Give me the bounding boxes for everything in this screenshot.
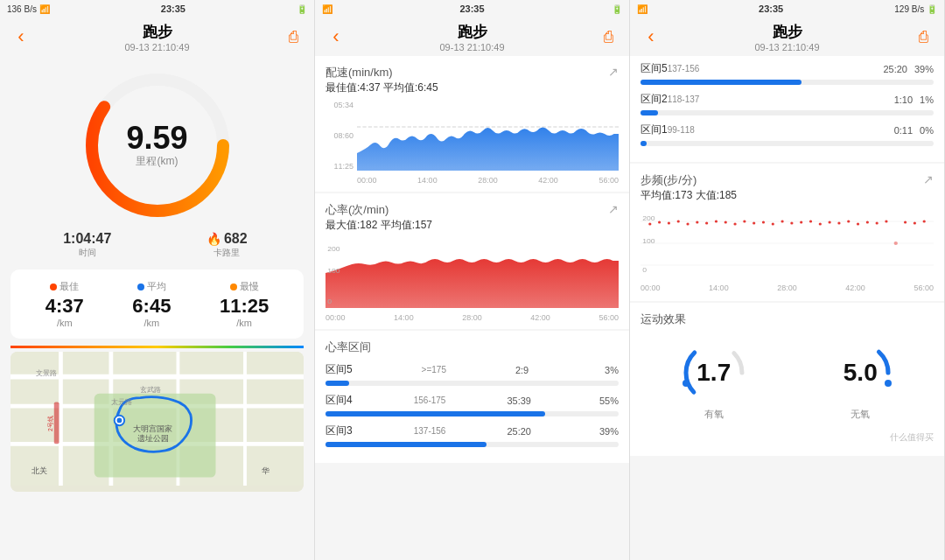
svg-text:0: 0 [642,265,647,274]
page-title-3: 跑步 [662,22,913,42]
pace-chart-svg-container: 00:00 14:00 28:00 42:00 56:00 [357,101,619,185]
zone-5-fill [326,381,349,386]
zone-3-pct: 39% [599,426,619,437]
zone-card-top: 区间5 137-156 25:20 39% 区间2 118-137 1:10 1… [630,56,944,162]
stat-calories: 🔥 682 卡路里 [158,231,298,259]
svg-text:文景路: 文景路 [36,369,57,377]
zone-top-1-name: 区间2 [640,92,668,107]
svg-point-33 [696,221,698,224]
anaerobic-label: 无氧 [850,408,870,421]
zone-top-2-name: 区间1 [640,122,668,137]
expand-heart-icon[interactable]: ↗ [608,202,619,216]
svg-text:0: 0 [327,297,332,305]
zone-4-range: 156-175 [414,396,446,405]
anaerobic-value: 5.0 [844,359,878,387]
zone-4-track [326,411,619,416]
svg-point-28 [648,223,651,226]
y-label-2: 08:60 [326,131,354,140]
aerobic-arc: 1.7 [679,338,749,408]
share-button-2[interactable]: ⎙ [598,26,619,47]
hr-x-3: 42:00 [530,313,550,322]
step-x-0: 00:00 [640,284,661,292]
svg-point-54 [894,242,898,245]
pace-chart-svg [357,101,619,171]
svg-point-31 [677,220,680,223]
zone-4-name: 区间4 [326,393,353,408]
step-chart-card: 步频(步/分) 平均值:173 大值:185 ↗ [630,164,944,301]
avg-label: 平均 [147,280,166,293]
zone-top-2-track [640,141,934,146]
step-chart-subtitle: 平均值:173 大值:185 [640,188,737,203]
slow-dot [230,284,237,290]
anaerobic-arc: 5.0 [825,338,895,408]
zone-4-fill [326,411,545,416]
x-0: 00:00 [357,176,377,185]
title-area-1: 跑步 09-13 21:10:49 [32,22,283,52]
svg-text:100: 100 [642,236,655,245]
svg-text:太元路: 太元路 [111,398,132,406]
svg-point-35 [715,220,718,223]
zone-top-0-range: 137-156 [668,64,700,74]
slow-value: 11:25 [220,295,269,318]
zone-5-range: >=175 [422,365,446,374]
zone-top-1-time: 1:10 [894,94,913,105]
svg-text:华: 华 [262,466,270,475]
signal-left-2: 📶 [322,4,332,14]
zone-5-name: 区间5 [326,362,353,377]
y-label-3: 11:25 [326,162,354,171]
ring-container: 9.59 里程(km) [10,66,304,224]
aerobic-center: 1.7 [696,359,731,387]
back-button-2[interactable]: ‹ [326,26,346,47]
signal-left-3: 📶 [637,4,648,14]
svg-text:2号线: 2号线 [47,416,53,431]
zone-3-fill [326,442,486,447]
page-subtitle-2: 09-13 21:10:49 [346,42,598,52]
svg-point-47 [829,221,831,224]
map-container: 大明宫国家 遗址公园 文景路 玄武路 太元路 2号线 北关 华 [10,352,304,492]
zone-top-2-range: 99-118 [668,125,695,135]
slow-label: 最慢 [240,280,259,293]
panel-3: 📶 23:35 129 B/s 🔋 ‹ 跑步 09-13 21:10:49 ⎙ … [630,0,945,560]
svg-point-38 [743,220,746,223]
heart-chart-card: 心率(次/min) 最大值:182 平均值:157 ↗ 200 100 0 [315,193,629,329]
zone-top-1-header: 区间2 118-137 1:10 1% [640,92,934,107]
expand-pace-icon[interactable]: ↗ [608,65,619,79]
map-svg: 大明宫国家 遗址公园 文景路 玄武路 太元路 2号线 北关 华 [10,352,304,486]
distance-unit: 里程(km) [126,154,187,169]
svg-point-41 [772,223,774,226]
panel-2-scroll: 配速(min/km) 最佳值:4:37 平均值:6:45 ↗ 05:34 08:… [315,56,629,560]
zone-top-1-track [640,110,934,116]
watermark-text: 什么值得买 [890,432,934,442]
zone-top-0: 区间5 137-156 25:20 39% [640,61,934,85]
back-button-1[interactable]: ‹ [10,26,32,47]
svg-point-29 [658,221,661,224]
time-3: 23:35 [759,4,783,14]
svg-text:玄武路: 玄武路 [140,386,161,394]
step-chart-title: 步频(步/分) [640,172,737,188]
time-1: 23:35 [161,4,186,14]
expand-step-icon[interactable]: ↗ [923,172,934,186]
avg-unit: /km [144,318,160,328]
pace-chart-title: 配速(min/km) [326,65,438,80]
zone-top-0-header: 区间5 137-156 25:20 39% [640,61,934,76]
battery-2: 🔋 [612,4,622,14]
header-2: ‹ 跑步 09-13 21:10:49 ⎙ [315,18,629,56]
back-button-3[interactable]: ‹ [640,26,662,47]
svg-point-51 [866,221,869,224]
header-1: ‹ 跑步 09-13 21:10:49 ⎙ [0,18,314,56]
x-3: 42:00 [538,176,558,185]
status-bar-3: 📶 23:35 129 B/s 🔋 [630,0,944,18]
zone-3-name: 区间3 [326,424,353,438]
anaerobic-item: 5.0 无氧 [825,338,895,421]
pace-divider [10,346,304,348]
share-button-1[interactable]: ⎙ [283,26,304,47]
zone-top-0-track [640,80,934,85]
svg-point-53 [885,220,887,223]
stats-row: 1:04:47 时间 🔥 682 卡路里 [18,231,297,259]
zone-4-header: 区间4 156-175 35:39 55% [326,393,619,408]
svg-text:200: 200 [327,244,340,253]
heart-chart-svg: 200 100 0 [326,238,619,308]
anaerobic-center: 5.0 [844,359,878,387]
share-button-3[interactable]: ⎙ [913,26,934,47]
svg-point-55 [904,221,906,224]
